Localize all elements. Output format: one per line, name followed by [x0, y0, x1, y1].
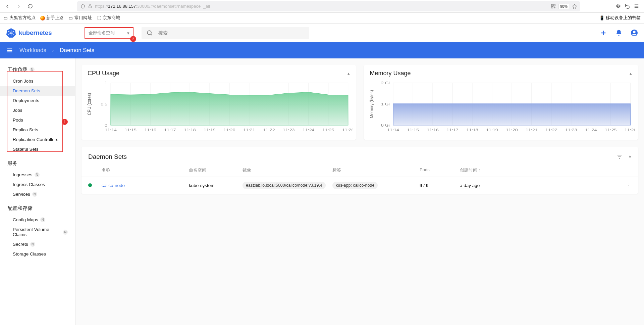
extension-icon[interactable]	[615, 3, 621, 9]
bookmark-item[interactable]: 🗀火狐官方站点	[3, 15, 36, 21]
search-icon	[146, 30, 153, 36]
sidebar-item-ingress-classes[interactable]: Ingress Classes	[0, 180, 75, 189]
sidebar-item-persistent-volume-claims[interactable]: Persistent Volume Claims N	[0, 225, 75, 239]
kubernetes-logo-icon	[6, 28, 16, 38]
row-menu-button[interactable]: ⋮	[627, 183, 631, 188]
col-namespace[interactable]: 命名空间	[189, 167, 243, 173]
bookmark-item[interactable]: 新手上路	[40, 15, 64, 21]
svg-rect-3	[551, 7, 553, 8]
sidebar-group-services[interactable]: 服务	[0, 158, 75, 170]
svg-text:11:14: 11:14	[387, 128, 399, 132]
cpu-card-title: CPU Usage	[88, 70, 119, 77]
sidebar-item-replica-sets[interactable]: Replica Sets	[0, 125, 75, 135]
sidebar-group-workloads[interactable]: 工作负载N	[0, 64, 75, 76]
chevron-right-icon: ›	[52, 48, 54, 53]
row-name-link[interactable]: calico-node	[102, 183, 125, 188]
memory-chart: 0 Gi1 Gi2 Gi11:1411:1511:1611:1711:1811:…	[367, 80, 635, 134]
folder-icon: 🗀	[68, 16, 73, 20]
breadcrumb-root[interactable]: Workloads	[19, 47, 46, 54]
col-created[interactable]: 创建时间↑	[460, 167, 500, 173]
memory-card-title: Memory Usage	[370, 70, 411, 77]
svg-rect-2	[554, 4, 555, 6]
svg-rect-1	[551, 4, 553, 6]
sidebar-item-services[interactable]: Services N	[0, 189, 75, 199]
n-badge-icon: N	[30, 242, 35, 247]
nav-reload-button[interactable]	[25, 2, 35, 11]
svg-text:11:23: 11:23	[565, 128, 577, 132]
device-icon: 📱	[600, 16, 604, 20]
address-bar[interactable]: https://172.16.88.157:30000/#/daemonset?…	[77, 1, 580, 11]
mobile-bookmarks[interactable]: 📱移动设备上的书签	[600, 15, 641, 21]
sort-arrow-up-icon: ↑	[479, 168, 481, 173]
app-header: kubernetes 全部命名空间 ▾ 2	[0, 24, 644, 42]
add-button[interactable]	[600, 29, 607, 37]
n-badge-icon: N	[40, 217, 45, 222]
col-label[interactable]: 标签	[332, 167, 420, 173]
status-dot-icon	[88, 183, 92, 187]
bookmarks-bar: 🗀火狐官方站点 新手上路 🗀常用网址 京东商城 📱移动设备上的书签	[0, 13, 644, 24]
zoom-badge[interactable]: 90%	[558, 4, 569, 9]
table-row[interactable]: calico-nodekube-systemeaszlab.io.local:5…	[82, 177, 638, 194]
sidebar-item-secrets[interactable]: Secrets N	[0, 239, 75, 249]
sidebar-item-jobs[interactable]: Jobs	[0, 105, 75, 115]
collapse-icon[interactable]: ▴	[347, 71, 350, 76]
nav-back-button[interactable]	[3, 2, 12, 11]
image-chip[interactable]: easzlab.io.local:5000/calico/node:v3.19.…	[243, 182, 326, 189]
user-icon[interactable]	[631, 29, 638, 37]
row-namespace: kube-system	[189, 183, 243, 188]
memory-usage-card: Memory Usage ▴ 0 Gi1 Gi2 Gi11:1411:1511:…	[364, 65, 638, 140]
svg-text:11:15: 11:15	[124, 128, 136, 132]
svg-text:11:24: 11:24	[303, 128, 314, 132]
svg-text:11:16: 11:16	[427, 128, 438, 132]
sidebar-group-config[interactable]: 配置和存储	[0, 203, 75, 215]
svg-text:11:17: 11:17	[446, 128, 458, 132]
svg-text:11:18: 11:18	[466, 128, 478, 132]
shield-icon	[80, 4, 85, 9]
sidebar-item-cron-jobs[interactable]: Cron Jobs	[0, 76, 75, 86]
menu-icon[interactable]	[634, 3, 639, 9]
sidebar-item-stateful-sets[interactable]: Stateful Sets	[0, 144, 75, 154]
undo-icon[interactable]	[625, 3, 630, 9]
n-badge-icon: N	[35, 172, 40, 177]
svg-text:1: 1	[105, 81, 107, 85]
svg-text:11:24: 11:24	[585, 128, 597, 132]
col-pods[interactable]: Pods	[420, 167, 460, 173]
daemonsets-table-card: Daemon Sets ▴ 名称 命名空间 镜像 标签 Pods 创建时间↑ c…	[82, 147, 638, 194]
bookmark-item[interactable]: 🗀常用网址	[68, 15, 92, 21]
search-input[interactable]	[158, 30, 305, 36]
logo[interactable]: kubernetes	[6, 28, 76, 38]
hamburger-icon[interactable]	[6, 47, 13, 54]
breadcrumb-current: Daemon Sets	[60, 47, 94, 54]
row-pods: 9 / 9	[420, 183, 460, 188]
filter-icon[interactable]	[616, 153, 623, 160]
star-icon[interactable]	[572, 4, 577, 9]
col-image[interactable]: 镜像	[243, 167, 332, 173]
search-box[interactable]	[142, 27, 309, 39]
namespace-label: 全部命名空间	[89, 30, 115, 36]
svg-text:0.5: 0.5	[101, 102, 107, 106]
col-name[interactable]: 名称	[102, 167, 189, 173]
bell-icon[interactable]	[615, 29, 623, 37]
cpu-chart: 00.5111:1411:1511:1611:1711:1811:1911:20…	[85, 80, 353, 134]
label-chip[interactable]: k8s-app: calico-node	[332, 182, 378, 189]
sidebar-item-deployments[interactable]: Deployments	[0, 96, 75, 105]
namespace-selector[interactable]: 全部命名空间 ▾	[85, 27, 133, 39]
n-badge-icon: N	[32, 192, 37, 197]
sidebar-item-storage-classes[interactable]: Storage Classes	[0, 249, 75, 259]
sidebar-item-replication-controllers[interactable]: Replication Controllers	[0, 135, 75, 144]
globe-icon	[97, 16, 101, 20]
qr-icon[interactable]	[551, 4, 556, 9]
collapse-icon[interactable]: ▴	[630, 71, 632, 76]
breadcrumb-bar: Workloads › Daemon Sets	[0, 42, 644, 58]
sidebar-item-config-maps[interactable]: Config Maps N	[0, 215, 75, 225]
svg-text:CPU (cores): CPU (cores)	[86, 93, 92, 115]
bookmark-item[interactable]: 京东商城	[97, 15, 120, 21]
collapse-icon[interactable]: ▴	[629, 153, 631, 160]
nav-forward-button[interactable]	[14, 2, 23, 11]
sidebar-item-daemon-sets[interactable]: Daemon Sets	[0, 86, 75, 96]
sidebar-item-ingresses[interactable]: Ingresses N	[0, 170, 75, 180]
svg-text:11:19: 11:19	[486, 128, 498, 132]
chevron-down-icon: ▾	[127, 31, 129, 36]
browser-toolbar: https://172.16.88.157:30000/#/daemonset?…	[0, 0, 644, 13]
svg-text:11:14: 11:14	[105, 128, 116, 132]
